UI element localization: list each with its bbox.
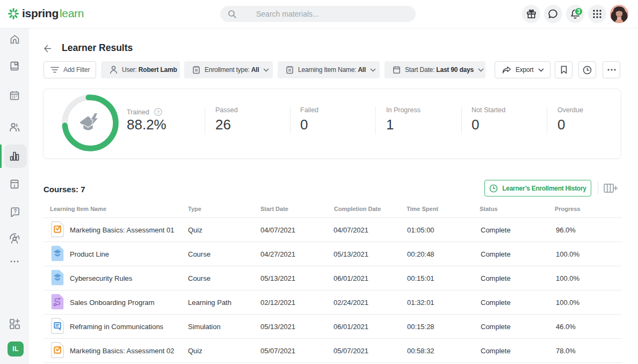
svg-text:?: ? [13, 208, 17, 214]
svg-text:?: ? [157, 110, 160, 115]
